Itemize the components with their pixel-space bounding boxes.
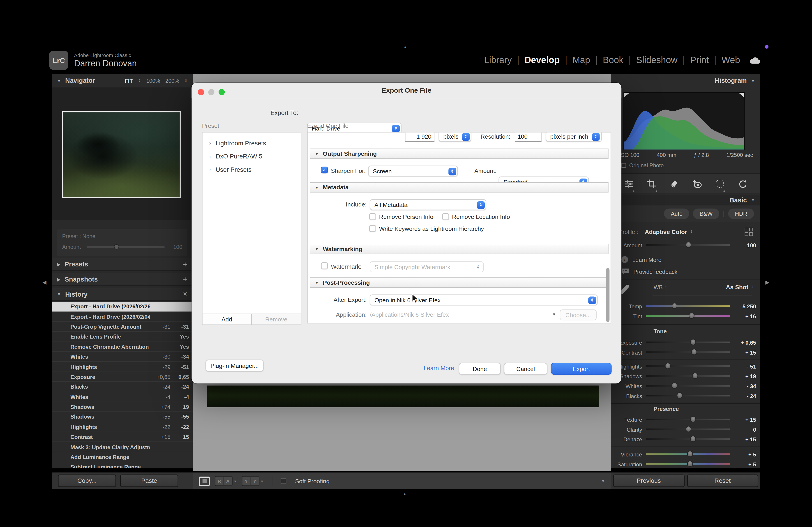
tab-develop[interactable]: Develop (524, 55, 560, 65)
slider-thumb[interactable] (665, 363, 671, 369)
snapshots-section-header[interactable]: ▶ Snapshots + (52, 273, 193, 286)
chevron-down-icon[interactable]: ▼ (233, 479, 237, 483)
slider-thumb[interactable] (691, 349, 697, 355)
export-settings-scroll[interactable]: 1 920 pixels ▲▼ Resolution: 100 pixels p… (307, 132, 611, 323)
chevron-down-icon[interactable]: ▼ (261, 479, 264, 483)
learn-more-row[interactable]: i Learn More (621, 256, 661, 263)
preset-group-lightroom[interactable]: ›Lightroom Presets (203, 137, 301, 150)
reset-button[interactable]: Reset (687, 475, 758, 487)
zoom-window-icon[interactable] (219, 89, 225, 95)
amount-slider[interactable] (87, 246, 165, 248)
loupe-view-button[interactable] (199, 476, 210, 485)
remove-location-checkbox[interactable] (442, 213, 449, 220)
previous-button[interactable]: Previous (613, 475, 684, 487)
resolution-unit-select[interactable]: pixels per inch ▲▼ (546, 132, 601, 142)
hdr-button[interactable]: HDR (728, 209, 754, 219)
top-panel-toggle-icon[interactable]: ▲ (404, 45, 407, 49)
history-row[interactable]: Highlights-22-22 (52, 422, 193, 432)
sync-icon[interactable] (737, 179, 748, 189)
history-row[interactable]: Add Luminance Range (52, 452, 193, 462)
texture-slider[interactable] (646, 419, 730, 420)
cancel-button[interactable]: Cancel (504, 363, 548, 375)
profile-value[interactable]: Adaptive Color (644, 229, 687, 235)
bottom-panel-toggle-icon[interactable]: ▲ (403, 492, 406, 496)
basic-panel-header[interactable]: Basic ▼ (611, 195, 760, 205)
auto-button[interactable]: Auto (664, 209, 689, 219)
split-view-button[interactable]: YY▼ (242, 476, 263, 486)
slider-thumb[interactable] (687, 451, 693, 457)
after-export-select[interactable]: Open in Nik 6 Silver Efex ▲▼ (370, 295, 597, 305)
zoom-200[interactable]: 200% (165, 77, 179, 84)
slider-thumb[interactable] (691, 339, 696, 345)
clarity-slider[interactable] (646, 428, 730, 430)
post-processing-header[interactable]: ▼ Post-Processing (310, 277, 609, 288)
plugin-manager-button[interactable]: Plug-in Manager... (205, 360, 263, 372)
metadata-header[interactable]: ▼ Metadata (310, 182, 609, 193)
slider-thumb[interactable] (689, 313, 695, 319)
history-row[interactable]: Blacks-24-24 (52, 382, 193, 392)
tab-library[interactable]: Library (483, 55, 512, 65)
slider-thumb[interactable] (685, 242, 691, 248)
output-sharpening-header[interactable]: ▼ Output Sharpening (310, 149, 609, 159)
vibrance-slider[interactable] (646, 453, 730, 455)
size-unit-select[interactable]: pixels ▲▼ (439, 132, 472, 142)
sharpen-for-checkbox[interactable]: ✓ (321, 167, 328, 174)
watermark-checkbox[interactable] (321, 262, 328, 269)
sharpen-for-select[interactable]: Screen ▲▼ (368, 166, 458, 177)
history-row-selected[interactable]: Export - Hard Drive (2026/02/26 10:55:08… (52, 302, 193, 312)
amount-slider[interactable] (646, 244, 730, 246)
dialog-titlebar[interactable]: Export One File (191, 83, 621, 98)
history-row[interactable]: Whites-30-34 (52, 352, 193, 362)
whites-slider[interactable] (646, 385, 730, 387)
saturation-slider[interactable] (646, 463, 730, 465)
history-row[interactable]: Shadows-55-55 (52, 412, 193, 422)
remove-button[interactable]: Remove (251, 314, 302, 325)
chevron-down-icon[interactable]: ▼ (552, 312, 556, 317)
presets-section-header[interactable]: ▶ Presets + (52, 258, 193, 270)
preset-group-dxo[interactable]: ›DxO PureRAW 5 (203, 150, 301, 163)
write-keywords-checkbox[interactable] (369, 225, 376, 232)
edit-sliders-icon[interactable] (623, 179, 634, 189)
history-row[interactable]: Contrast+1515 (52, 432, 193, 442)
blacks-slider[interactable] (646, 395, 730, 396)
soft-proofing-checkbox[interactable] (280, 478, 286, 484)
cloud-sync-icon[interactable] (749, 56, 761, 64)
dehaze-slider[interactable] (646, 438, 730, 440)
watermarking-header[interactable]: ▼ Watermarking (310, 244, 609, 254)
history-row[interactable]: Shadows+7419 (52, 402, 193, 412)
export-button[interactable]: Export (551, 363, 612, 375)
history-row[interactable]: Post-Crop Vignette Amount-31-31 (52, 322, 193, 332)
history-row[interactable]: Mask 3: Update Clarity Adjustment (52, 442, 193, 452)
history-row[interactable]: Export - Hard Drive (2026/02/04 13:41:04… (52, 312, 193, 322)
bw-button[interactable]: B&W (693, 209, 719, 219)
history-row[interactable]: Subtract Luminance Range (52, 462, 193, 468)
width-input[interactable]: 1 920 (405, 132, 434, 141)
tab-web[interactable]: Web (721, 55, 740, 65)
slider-thumb[interactable] (687, 461, 693, 467)
resolution-input[interactable]: 100 (514, 132, 541, 141)
left-panel-collapse-icon[interactable]: ◀ (42, 280, 46, 285)
slider-thumb[interactable] (672, 382, 678, 389)
clear-history-icon[interactable]: ✕ (183, 291, 187, 298)
temp-slider[interactable] (646, 305, 730, 307)
history-section-header[interactable]: ▼ History ✕ (52, 288, 193, 301)
exposure-slider[interactable] (646, 342, 730, 343)
history-row[interactable]: Exposure+0,650,65 (52, 372, 193, 382)
healing-icon[interactable] (669, 179, 679, 189)
slider-thumb[interactable] (691, 436, 696, 442)
paste-button[interactable]: Paste (120, 475, 178, 487)
close-window-icon[interactable] (198, 89, 204, 95)
slider-thumb[interactable] (685, 426, 691, 432)
done-button[interactable]: Done (459, 363, 501, 375)
history-row[interactable]: Remove Chromatic AberrationYes (52, 342, 193, 352)
dialog-scrollbar[interactable] (606, 268, 609, 322)
provide-feedback-row[interactable]: Provide feedback (621, 268, 677, 275)
wb-value[interactable]: As Shot (726, 284, 749, 290)
slider-thumb[interactable] (691, 416, 696, 422)
red-eye-icon[interactable] (692, 179, 702, 189)
tab-book[interactable]: Book (602, 55, 624, 65)
history-row[interactable]: Highlights-29-51 (52, 362, 193, 372)
masking-icon[interactable] (714, 179, 725, 189)
toolbar-options-icon[interactable]: ▼ (601, 479, 605, 483)
tab-print[interactable]: Print (690, 55, 709, 65)
